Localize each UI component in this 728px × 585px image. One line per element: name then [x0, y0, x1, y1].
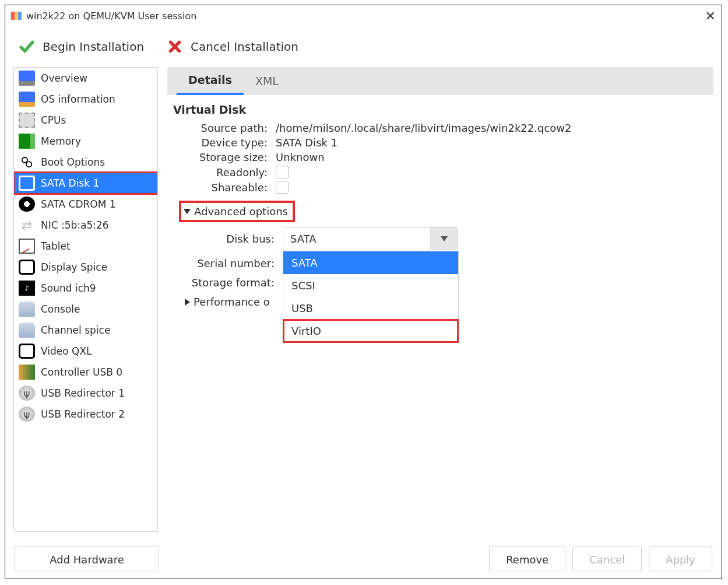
- sidebar-item-sound[interactable]: ♪ Sound ich9: [14, 278, 157, 299]
- value-device-type: SATA Disk 1: [271, 136, 337, 149]
- details-content: Virtual Disk Source path: /home/milson/.…: [167, 95, 713, 532]
- sidebar-item-tablet[interactable]: Tablet: [14, 236, 157, 257]
- sidebar-item-sata-cdrom-1[interactable]: SATA CDROM 1: [14, 194, 157, 215]
- disk-bus-option-usb[interactable]: USB: [283, 297, 458, 320]
- label-source-path: Source path:: [185, 122, 271, 134]
- option-label: SATA: [291, 257, 318, 269]
- advanced-options-expander[interactable]: Advanced options: [181, 203, 293, 220]
- sidebar-item-label: Console: [41, 303, 80, 315]
- row-disk-bus: Disk bus: SATA SATA SCSI: [170, 223, 711, 254]
- sidebar-item-label: NIC :5b:a5:26: [41, 219, 109, 231]
- sidebar-item-usb-redirector-1[interactable]: USB Redirector 1: [14, 383, 157, 404]
- sidebar-item-label: Video QXL: [41, 345, 92, 357]
- row-device-type: Device type: SATA Disk 1: [170, 135, 711, 150]
- row-readonly: Readonly:: [170, 164, 711, 180]
- remove-label: Remove: [506, 554, 548, 566]
- monitor-icon: [19, 71, 35, 86]
- cancel-label: Cancel: [589, 554, 625, 566]
- label-storage-format: Storage format:: [185, 276, 278, 289]
- value-storage-size: Unknown: [271, 151, 325, 163]
- sidebar-item-label: Tablet: [41, 240, 71, 252]
- sidebar-item-cpus[interactable]: CPUs: [14, 110, 157, 131]
- option-label: SCSI: [291, 279, 315, 292]
- sidebar-item-display-spice[interactable]: Display Spice: [14, 257, 157, 278]
- cpu-icon: [19, 113, 35, 128]
- tab-xml-label: XML: [255, 75, 279, 87]
- usb-icon: [19, 386, 35, 401]
- label-disk-bus: Disk bus:: [185, 233, 278, 245]
- tab-details[interactable]: Details: [177, 67, 244, 95]
- check-icon: [19, 39, 34, 54]
- row-shareable: Shareable:: [170, 180, 711, 195]
- gear-icon: [19, 155, 35, 170]
- tab-xml[interactable]: XML: [244, 67, 290, 95]
- label-shareable: Shareable:: [185, 181, 271, 194]
- disk-bus-option-virtio[interactable]: VirtIO: [283, 320, 458, 342]
- toolbar: Begin Installation Cancel Installation: [5, 26, 722, 67]
- sidebar-item-label: Overview: [41, 72, 87, 84]
- sidebar-item-label: Display Spice: [41, 261, 107, 273]
- sidebar-item-label: OS information: [41, 93, 115, 105]
- sidebar-item-osinfo[interactable]: OS information: [14, 89, 157, 110]
- disk-bus-option-scsi[interactable]: SCSI: [283, 274, 458, 297]
- sidebar-item-sata-disk-1[interactable]: SATA Disk 1: [14, 173, 157, 194]
- svg-point-0: [22, 157, 27, 163]
- console-icon: [19, 302, 35, 317]
- sidebar-item-nic[interactable]: ⇄ NIC :5b:a5:26: [14, 215, 157, 236]
- sidebar-item-label: SATA CDROM 1: [41, 198, 116, 210]
- os-info-icon: [19, 92, 35, 107]
- remove-button[interactable]: Remove: [489, 547, 565, 572]
- disk-icon: [19, 176, 35, 191]
- nic-icon: ⇄: [19, 218, 35, 233]
- sidebar-item-usb-redirector-2[interactable]: USB Redirector 2: [14, 404, 157, 425]
- cdrom-icon: [19, 197, 35, 212]
- titlebar: win2k22 on QEMU/KVM User session ✕: [5, 5, 722, 26]
- bottom-bar: Add Hardware Remove Cancel Apply: [5, 540, 722, 579]
- sidebar-item-video-qxl[interactable]: Video QXL: [14, 341, 157, 362]
- readonly-checkbox[interactable]: [276, 166, 289, 178]
- advanced-options-label: Advanced options: [194, 205, 288, 218]
- disk-bus-value: SATA: [283, 233, 430, 245]
- disk-bus-option-sata[interactable]: SATA: [283, 251, 458, 274]
- tabbar: Details XML: [167, 67, 713, 95]
- apply-button[interactable]: Apply: [649, 547, 712, 572]
- cancel-installation-button[interactable]: Cancel Installation: [167, 39, 298, 54]
- close-icon[interactable]: ✕: [705, 9, 716, 23]
- sound-icon: ♪: [19, 281, 35, 296]
- section-title: Virtual Disk: [170, 103, 711, 116]
- sidebar-item-channel-spice[interactable]: Channel spice: [14, 320, 157, 341]
- sidebar-item-controller-usb[interactable]: Controller USB 0: [14, 362, 157, 383]
- sidebar-item-label: Memory: [41, 135, 81, 147]
- controller-icon: [19, 365, 35, 380]
- begin-installation-button[interactable]: Begin Installation: [19, 39, 144, 54]
- sidebar-item-label: USB Redirector 1: [41, 387, 125, 399]
- disk-bus-dropdown-button[interactable]: [430, 227, 457, 250]
- tab-details-label: Details: [188, 73, 232, 86]
- label-device-type: Device type:: [185, 136, 271, 149]
- sidebar-item-console[interactable]: Console: [14, 299, 157, 320]
- channel-icon: [19, 323, 35, 338]
- option-label: USB: [291, 302, 313, 314]
- disk-bus-combo[interactable]: SATA SATA SCSI USB: [283, 227, 458, 250]
- label-storage-size: Storage size:: [185, 151, 271, 163]
- add-hardware-button[interactable]: Add Hardware: [15, 547, 159, 572]
- label-serial-number: Serial number:: [185, 257, 278, 269]
- sidebar-item-label: SATA Disk 1: [41, 177, 99, 189]
- chevron-right-icon: [185, 299, 190, 306]
- app-icon: [11, 12, 22, 20]
- tablet-icon: [19, 239, 35, 254]
- apply-label: Apply: [666, 554, 695, 566]
- disk-bus-dropdown: SATA SCSI USB VirtIO: [283, 251, 459, 343]
- sidebar-item-memory[interactable]: Memory: [14, 131, 157, 152]
- chevron-down-icon: [441, 236, 448, 241]
- cancel-button[interactable]: Cancel: [572, 547, 642, 572]
- sidebar-item-boot-options[interactable]: Boot Options: [14, 152, 157, 173]
- cancel-installation-label: Cancel Installation: [191, 40, 298, 54]
- sidebar-item-label: Controller USB 0: [41, 366, 122, 378]
- hardware-sidebar: Overview OS information CPUs Memory Boot…: [13, 67, 158, 532]
- sidebar-item-overview[interactable]: Overview: [14, 68, 157, 89]
- sidebar-item-label: USB Redirector 2: [41, 408, 125, 420]
- usb-icon: [19, 407, 35, 422]
- x-icon: [167, 39, 182, 54]
- shareable-checkbox[interactable]: [276, 181, 289, 194]
